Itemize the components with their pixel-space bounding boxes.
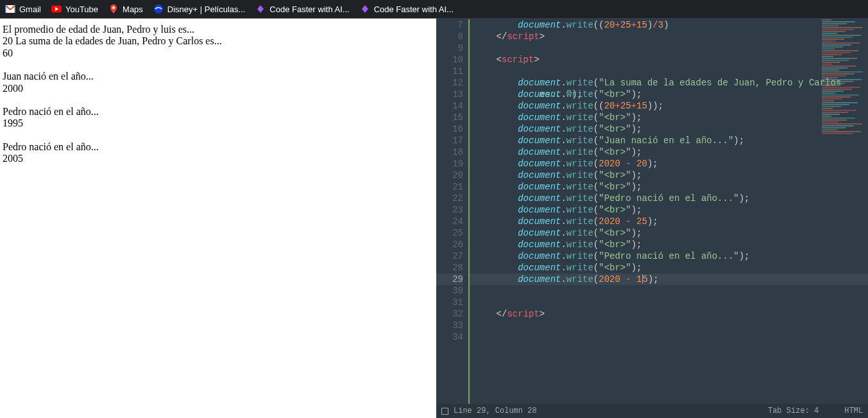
statusbar: Line 29, Column 28 Tab Size: 4 HTML	[436, 404, 868, 418]
output-text: El promedio de edad de Juan, Pedro y lui…	[3, 24, 434, 35]
disney-icon	[153, 4, 164, 14]
bookmark-gmail[interactable]: Gmail	[5, 4, 41, 14]
output-text: 1995	[3, 118, 434, 129]
output-text: Pedro nació en el año...	[3, 141, 434, 153]
output-text: 2005	[3, 153, 434, 164]
bookmark-label: Gmail	[19, 4, 41, 14]
bookmark-label: Maps	[123, 4, 143, 14]
bookmark-youtube[interactable]: YouTube	[51, 4, 98, 14]
output-text: 60	[3, 48, 434, 59]
output-text: Pedro nació en el año...	[3, 106, 434, 118]
bookmark-label: YouTube	[65, 4, 98, 14]
code-icon	[360, 4, 370, 14]
bookmark-label: Disney+ | Películas...	[167, 4, 246, 14]
syntax-mode[interactable]: HTML	[844, 406, 863, 415]
gmail-icon	[5, 4, 15, 14]
code-area[interactable]: document.write((20+25+15)/3) </script> <…	[470, 19, 868, 404]
bookmark-label: Code Faster with AI...	[374, 4, 454, 14]
minimap[interactable]	[822, 19, 867, 186]
statusbar-icon[interactable]	[441, 408, 448, 415]
code-icon	[255, 4, 266, 14]
browser-output: El promedio de edad de Juan, Pedro y lui…	[0, 18, 436, 418]
svg-point-2	[112, 6, 115, 9]
output-text: 20 La suma de la edades de Juan, Pedro y…	[3, 35, 434, 47]
output-text: Juan nació en el año...	[3, 71, 434, 82]
line-gutter[interactable]: 7891011121314151617181920212223242526272…	[436, 19, 468, 404]
bookmark-code1[interactable]: Code Faster with AI...	[255, 4, 349, 14]
bookmark-label: Code Faster with AI...	[269, 4, 349, 14]
maps-icon	[108, 4, 119, 14]
cursor-position[interactable]: Line 29, Column 28	[454, 406, 537, 415]
bookmark-disney[interactable]: Disney+ | Películas...	[153, 4, 246, 14]
youtube-icon	[51, 4, 62, 14]
code-editor[interactable]: 7891011121314151617181920212223242526272…	[436, 18, 868, 418]
bookmarks-bar: Gmail YouTube Maps Disney+ | Películas..…	[0, 0, 868, 18]
tab-size[interactable]: Tab Size: 4	[768, 406, 819, 415]
output-text: 2000	[3, 83, 434, 94]
bookmark-code2[interactable]: Code Faster with AI...	[360, 4, 454, 14]
bookmark-maps[interactable]: Maps	[108, 4, 143, 14]
